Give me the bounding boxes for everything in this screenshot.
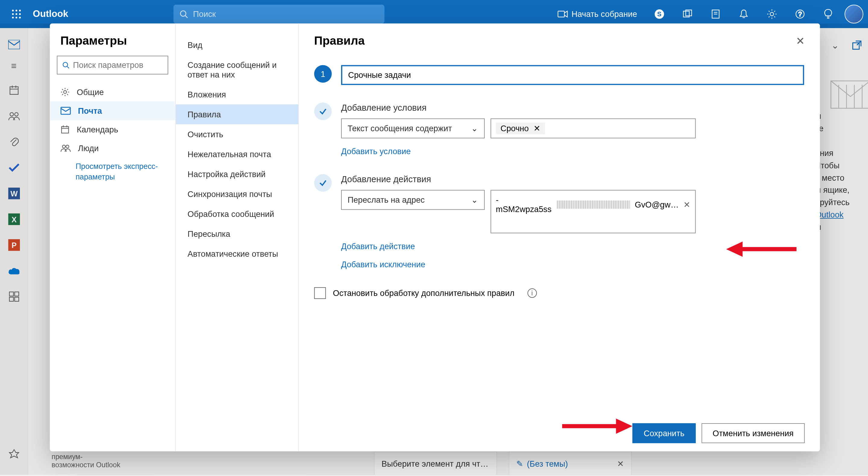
svg-rect-11 (558, 11, 564, 17)
subnav-auto[interactable]: Автоматические ответы (176, 244, 298, 264)
svg-line-50 (67, 66, 69, 68)
svg-point-2 (19, 10, 21, 11)
svg-point-58 (66, 145, 69, 148)
subnav-actions[interactable]: Настройка действий (176, 164, 298, 184)
email-pill: -mSM2wpza5ssGvO@gw… ✕ (496, 195, 690, 214)
subnav-sync[interactable]: Синхронизация почты (176, 184, 298, 204)
svg-text:S: S (657, 10, 661, 18)
subnav-handling[interactable]: Обработка сообщений (176, 204, 298, 224)
rules-editor: Правила ✕ 1 Добавление условия (299, 24, 820, 452)
gear-icon (60, 87, 70, 97)
add-action-link[interactable]: Добавить действие (341, 242, 415, 251)
category-general[interactable]: Общие (50, 83, 175, 101)
rules-title: Правила (314, 34, 365, 48)
condition-check-icon (314, 102, 332, 120)
condition-value-box[interactable]: Срочно ✕ (491, 119, 696, 139)
chevron-down-icon: ⌄ (471, 124, 478, 133)
stop-processing-checkbox[interactable] (314, 287, 326, 299)
help-icon[interactable]: ? (788, 2, 812, 26)
condition-tag: Срочно ✕ (496, 122, 545, 134)
user-avatar[interactable] (844, 5, 863, 24)
annotation-arrow-1 (726, 240, 797, 258)
svg-line-10 (185, 16, 188, 18)
svg-point-49 (63, 62, 67, 67)
svg-point-51 (64, 90, 67, 93)
step-1-badge: 1 (314, 65, 332, 83)
condition-dropdown[interactable]: Текст сообщения содержит ⌄ (341, 119, 485, 139)
svg-text:?: ? (798, 10, 802, 18)
chevron-down-icon: ⌄ (471, 195, 478, 205)
mail-icon (60, 107, 71, 115)
start-meeting-button[interactable]: Начать собрание (552, 9, 643, 19)
search-input[interactable] (193, 9, 379, 19)
teams-icon[interactable] (676, 2, 700, 26)
subnav-rules[interactable]: Правила (176, 105, 298, 124)
svg-point-7 (16, 17, 17, 19)
category-people[interactable]: Люди (50, 139, 175, 158)
svg-point-4 (16, 13, 17, 15)
forward-address-box[interactable]: -mSM2wpza5ssGvO@gw… ✕ (491, 190, 696, 234)
settings-dialog: Параметры Общие Почта Календарь Люди Про… (50, 24, 820, 452)
settings-categories: Параметры Общие Почта Календарь Люди Про… (50, 24, 176, 452)
subnav-sweep[interactable]: Очистить (176, 124, 298, 144)
svg-point-9 (181, 11, 186, 16)
close-dialog-button[interactable]: ✕ (796, 34, 805, 47)
subnav-forwarding[interactable]: Пересылка (176, 224, 298, 244)
svg-point-5 (19, 13, 21, 15)
svg-point-1 (16, 10, 17, 11)
subnav-layout[interactable]: Вид (176, 35, 298, 55)
gear-icon[interactable] (760, 2, 783, 26)
search-icon (180, 9, 188, 19)
action-dropdown[interactable]: Переслать на адрес ⌄ (341, 190, 485, 210)
subnav-compose[interactable]: Создание сообщений и ответ на них (176, 55, 298, 85)
settings-search[interactable] (57, 56, 168, 75)
category-calendar[interactable]: Календарь (50, 120, 175, 139)
svg-point-3 (12, 13, 14, 15)
svg-point-0 (12, 10, 14, 11)
info-icon[interactable]: i (527, 288, 537, 298)
quick-settings-link[interactable]: Просмотреть экспресс-параметры (50, 158, 175, 182)
category-mail[interactable]: Почта (50, 101, 175, 120)
svg-point-20 (770, 12, 774, 16)
subnav-junk[interactable]: Нежелательная почта (176, 144, 298, 164)
add-action-label: Добавление действия (341, 174, 805, 184)
action-check-icon (314, 174, 332, 191)
settings-search-input[interactable] (73, 60, 163, 70)
redacted-text (557, 201, 630, 209)
remove-tag-icon[interactable]: ✕ (533, 124, 540, 133)
svg-point-8 (19, 17, 21, 19)
search-icon (62, 61, 69, 69)
save-button[interactable]: Сохранить (632, 423, 695, 443)
rule-name-input[interactable] (341, 65, 804, 85)
bell-icon[interactable] (732, 2, 755, 26)
svg-point-57 (62, 145, 65, 148)
cancel-button[interactable]: Отменить изменения (702, 423, 805, 443)
global-search[interactable] (174, 5, 385, 24)
settings-subnav: Вид Создание сообщений и ответ на них Вл… (176, 24, 299, 452)
video-icon (557, 10, 568, 18)
tips-icon[interactable] (816, 2, 840, 26)
settings-title: Параметры (50, 34, 175, 56)
notes-icon[interactable] (704, 2, 727, 26)
svg-rect-52 (61, 108, 70, 114)
brand-label: Outlook (33, 9, 68, 19)
calendar-icon (60, 125, 70, 134)
stop-processing-label: Остановить обработку дополнительных прав… (333, 288, 515, 298)
annotation-arrow-2 (562, 417, 632, 435)
skype-icon[interactable]: S (648, 2, 671, 26)
add-exception-link[interactable]: Добавить исключение (341, 260, 425, 269)
people-icon (60, 144, 71, 152)
add-condition-label: Добавление условия (341, 102, 805, 113)
remove-email-icon[interactable]: ✕ (683, 200, 690, 209)
subnav-attachments[interactable]: Вложения (176, 85, 298, 105)
app-launcher-icon[interactable] (5, 2, 28, 26)
svg-rect-53 (62, 127, 68, 133)
add-condition-link[interactable]: Добавить условие (341, 147, 411, 156)
svg-point-6 (12, 17, 14, 19)
